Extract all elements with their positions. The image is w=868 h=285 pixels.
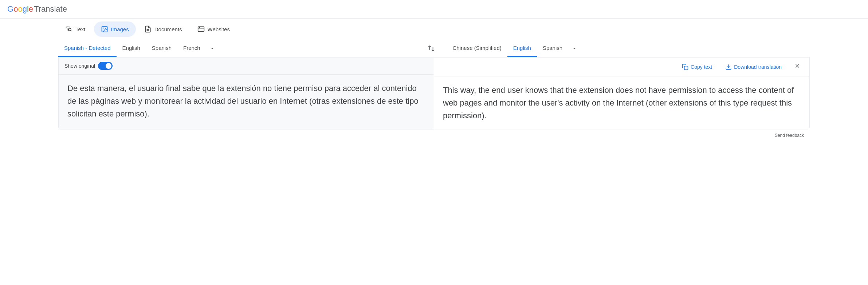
website-icon: [197, 25, 205, 33]
svg-rect-7: [684, 66, 688, 70]
logo-o2: o: [18, 4, 22, 14]
target-toolbar: Copy text Download translation: [434, 58, 809, 76]
image-icon: [101, 25, 108, 33]
target-lang-spanish[interactable]: Spanish: [537, 40, 568, 57]
translate-icon: [65, 25, 72, 33]
download-translation-label: Download translation: [734, 64, 782, 70]
source-lang-spanish-detected[interactable]: Spanish - Detected: [58, 40, 117, 57]
header: Google Translate: [0, 0, 868, 19]
target-text: This way, the end user knows that the ex…: [434, 76, 809, 130]
google-translate-logo: Google Translate: [7, 4, 67, 14]
source-lang-french[interactable]: French: [177, 40, 206, 57]
tab-text[interactable]: Text: [58, 21, 93, 37]
target-lang-selector: Chinese (Simplified) English Spanish: [441, 40, 810, 57]
tab-websites[interactable]: Websites: [191, 21, 237, 37]
logo-e: e: [29, 4, 33, 14]
show-original-bar: Show original ✓: [59, 58, 434, 75]
target-lang-more-button[interactable]: [568, 41, 581, 55]
show-original-toggle[interactable]: ✓: [98, 62, 113, 70]
tab-images-label: Images: [111, 26, 129, 32]
source-lang-more-button[interactable]: [206, 41, 219, 55]
source-lang-english[interactable]: English: [117, 40, 146, 57]
show-original-label: Show original: [64, 63, 95, 69]
swap-languages-button[interactable]: [421, 41, 441, 56]
logo-g2: g: [23, 4, 27, 14]
logo-g: G: [7, 4, 13, 14]
translate-area: Spanish - Detected English Spanish Frenc…: [0, 40, 868, 141]
tab-images[interactable]: Images: [94, 21, 136, 37]
close-button[interactable]: [791, 61, 804, 72]
source-panel: Show original ✓ De esta manera, el usuar…: [59, 58, 434, 130]
download-translation-button[interactable]: Download translation: [722, 62, 785, 72]
tabs-bar: Text Images Documents: [0, 19, 868, 40]
logo-translate-text: Translate: [34, 4, 67, 14]
logo-o1: o: [13, 4, 18, 14]
translation-panels: Show original ✓ De esta manera, el usuar…: [58, 57, 810, 130]
source-text: De esta manera, el usuario final sabe qu…: [59, 75, 434, 130]
target-lang-english[interactable]: English: [507, 40, 537, 57]
tab-websites-label: Websites: [208, 26, 230, 32]
svg-rect-4: [198, 27, 204, 31]
target-lang-chinese-simplified[interactable]: Chinese (Simplified): [447, 40, 507, 57]
send-feedback-button[interactable]: Send feedback: [775, 133, 804, 138]
document-icon: [144, 25, 152, 33]
tab-documents-label: Documents: [154, 26, 182, 32]
tab-text-label: Text: [75, 26, 86, 32]
toggle-slider: [98, 62, 113, 70]
copy-text-button[interactable]: Copy text: [678, 62, 716, 72]
tab-documents[interactable]: Documents: [137, 21, 189, 37]
target-panel: Copy text Download translation: [434, 58, 809, 130]
svg-point-1: [103, 28, 104, 29]
feedback-row: Send feedback: [58, 130, 810, 141]
source-lang-spanish[interactable]: Spanish: [146, 40, 177, 57]
copy-text-label: Copy text: [691, 64, 712, 70]
source-lang-selector: Spanish - Detected English Spanish Frenc…: [58, 40, 421, 57]
language-selector-row: Spanish - Detected English Spanish Frenc…: [58, 40, 810, 57]
